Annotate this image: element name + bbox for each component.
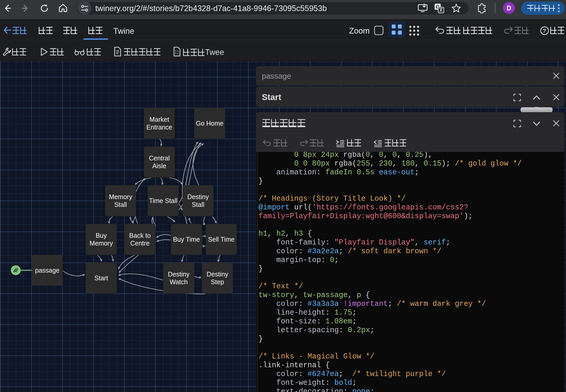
svg-text:?: ?: [543, 28, 546, 34]
